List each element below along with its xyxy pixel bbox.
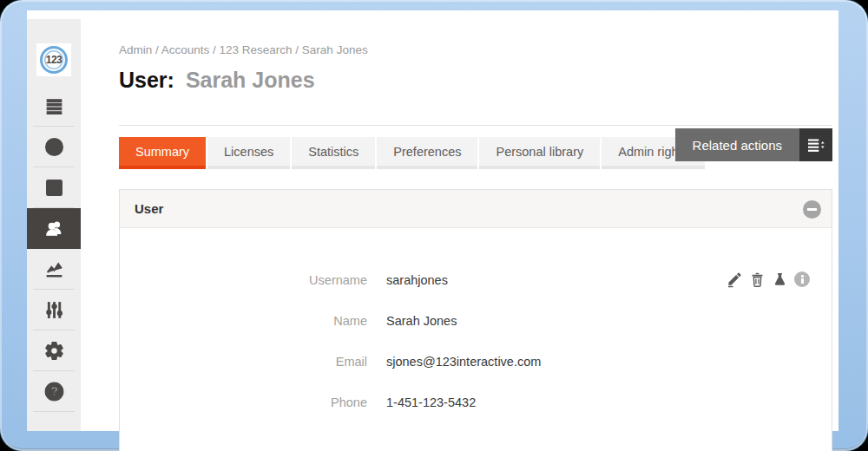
tab-preferences[interactable]: Preferences [377,137,477,169]
page-title: User: Sarah Jones [119,68,832,93]
minus-circle-icon[interactable] [803,200,821,219]
sidebar-item-settings[interactable] [27,330,81,371]
info-button[interactable] [793,271,811,288]
hamburger-icon [43,95,65,117]
record-actions [726,271,811,288]
sliders-icon [43,299,65,321]
field-label: Username [120,273,367,287]
trash-icon [749,271,766,288]
help-icon: ? [43,381,65,402]
speedometer-icon [43,136,65,158]
related-actions-dropdown[interactable] [799,128,832,161]
users-icon [43,218,65,239]
field-row-email: Email sjones@123interactive.com [120,341,832,382]
edit-button[interactable] [726,271,743,288]
logo-123-icon: 123 [40,46,68,74]
tab-licenses[interactable]: Licenses [207,137,290,169]
sidebar-item-menu[interactable] [27,86,81,127]
sidebar-item-statistics[interactable] [27,249,81,290]
field-label: Name [120,314,367,328]
field-value: Sarah Jones [386,314,457,328]
document-icon [43,177,65,199]
sidebar-item-controls[interactable] [27,290,81,330]
tab-statistics[interactable]: Statistics [292,137,375,169]
sidebar-item-dashboard[interactable] [27,127,81,167]
user-panel-body: Username sarahjones Name Sarah Jones Ema… [120,228,832,451]
field-row-name: Name Sarah Jones [120,300,832,341]
list-sort-icon [806,137,825,153]
field-row-username: Username sarahjones [120,259,832,300]
delete-button[interactable] [748,271,766,288]
svg-text:?: ? [50,385,58,399]
field-row-phone: Phone 1-451-123-5432 [120,382,832,422]
related-actions-label: Related actions [675,128,799,161]
tab-summary[interactable]: Summary [119,137,206,169]
field-value: 1-451-123-5432 [386,395,476,409]
page-title-value: Sarah Jones [186,68,315,92]
sidebar: 123 [27,19,81,431]
flask-icon [772,271,788,288]
page-title-label: User: [119,68,174,92]
panel-title: User [135,201,163,216]
line-chart-icon [43,258,65,280]
user-panel-header: User [120,190,832,228]
breadcrumb[interactable]: Admin / Accounts / 123 Research / Sarah … [119,43,832,56]
sidebar-item-documents[interactable] [27,167,81,208]
main-content: Admin / Accounts / 123 Research / Sarah … [81,10,838,431]
field-label: Email [120,355,367,369]
test-access-button[interactable] [771,271,788,288]
sidebar-item-help[interactable]: ? [27,371,81,412]
field-value: sjones@123interactive.com [386,355,541,369]
screenshot-stage: 123 [0,0,868,451]
app-window: 123 [27,10,838,431]
related-actions-button[interactable]: Related actions [675,128,832,161]
window-frame: 123 [0,0,868,451]
app-logo[interactable]: 123 [36,43,71,76]
header-divider [119,125,832,126]
sidebar-item-users[interactable] [27,208,81,249]
field-label: Phone [120,395,367,409]
field-value: sarahjones [386,273,448,287]
tab-personal-library[interactable]: Personal library [479,137,600,169]
edit-pencil-icon [727,271,743,288]
gear-icon [43,340,65,362]
user-panel: User [119,189,832,451]
info-icon [794,271,810,287]
tab-bar: Summary Licenses Statistics Preferences … [119,137,832,173]
